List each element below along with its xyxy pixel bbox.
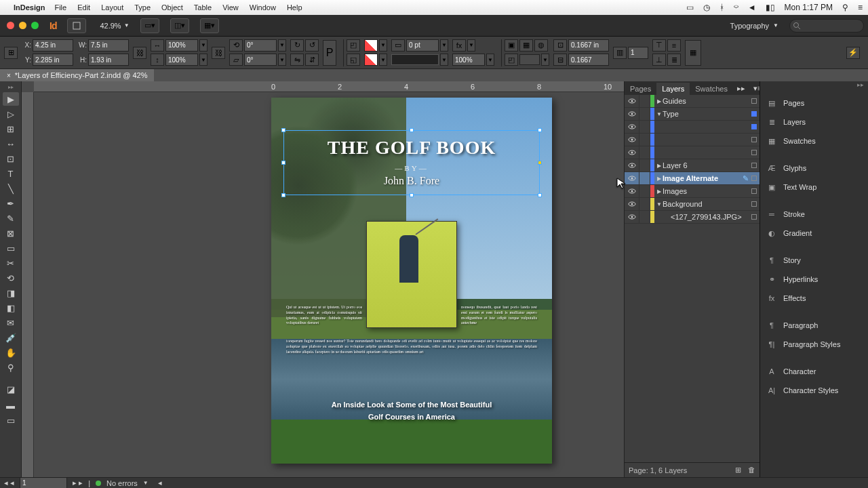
lock-toggle[interactable] (639, 159, 650, 171)
document-tab[interactable]: × *Layers of Efficiency-Part 2.indd @ 42… (0, 69, 154, 81)
page-number-input[interactable] (20, 477, 67, 489)
lock-toggle[interactable] (639, 185, 650, 197)
panel-tab-pages[interactable]: Pages (625, 83, 656, 95)
layer-name[interactable]: Layer 6 (663, 161, 749, 169)
select-container-button[interactable]: ◰ (347, 39, 360, 52)
disclosure-triangle[interactable]: ▶ (656, 188, 663, 195)
fit-frame-button[interactable]: ⊡ (553, 39, 567, 52)
menu-object[interactable]: Object (161, 3, 183, 12)
w-input[interactable] (88, 39, 129, 52)
gap-tool[interactable]: ↔ (3, 137, 19, 150)
arrange-button[interactable]: ▦▾ (200, 18, 219, 33)
layer-row[interactable]: ▶Guides (625, 95, 760, 108)
view-options-button[interactable]: ▭▾ (140, 18, 159, 33)
stroke-swatch[interactable] (364, 54, 378, 66)
scalex-input[interactable] (165, 39, 198, 52)
layer-row[interactable] (625, 146, 760, 159)
layer-name[interactable]: Images (663, 187, 749, 195)
close-tab-icon[interactable]: × (7, 72, 11, 79)
zoom-window-button[interactable] (31, 22, 39, 29)
pencil-tool[interactable]: ✎ (3, 211, 19, 225)
menu-layout[interactable]: Layout (101, 3, 123, 12)
panel-rail-layers[interactable]: ≣Layers (760, 113, 868, 131)
status-open-button[interactable]: ◂ (158, 479, 162, 487)
selection-indicator[interactable] (751, 188, 757, 194)
lock-toggle[interactable] (639, 211, 650, 223)
panel-rail-glyphs[interactable]: ÆGlyphs (760, 159, 868, 178)
apply-color-button[interactable]: ▬ (3, 399, 19, 412)
panel-collapse-button[interactable]: ▸▸ (733, 82, 749, 95)
lock-toggle[interactable] (639, 198, 650, 210)
scissors-tool[interactable]: ✂ (3, 256, 19, 270)
rectangle-tool[interactable]: ▭ (3, 241, 19, 255)
lock-toggle[interactable] (639, 172, 650, 184)
panel-tab-swatches[interactable]: Swatches (690, 83, 733, 95)
visibility-toggle[interactable] (625, 108, 639, 120)
selection-indicator[interactable] (751, 150, 757, 155)
quick-apply-button[interactable]: ⚡ (846, 47, 860, 59)
hand-tool[interactable]: ✋ (3, 346, 19, 359)
rotate-cw-button[interactable]: ↻ (290, 39, 304, 52)
fit-content-button[interactable]: ⊟ (553, 54, 567, 66)
frame-options-button[interactable]: ▦ (685, 40, 701, 66)
panel-rail-stroke[interactable]: ═Stroke (760, 205, 868, 224)
layer-name[interactable]: <127_2799143.JPG> (671, 213, 749, 221)
flip-v-button[interactable]: ⇵ (305, 54, 319, 66)
menu-help[interactable]: Help (287, 3, 302, 12)
corner-options-button[interactable]: ◰ (505, 54, 518, 66)
collapse-dock-button[interactable]: ▸▸ (760, 81, 868, 94)
align-just-button[interactable]: ≣ (667, 54, 681, 66)
menu-table[interactable]: Table (194, 3, 212, 12)
flip-h-button[interactable]: ⇋ (290, 54, 304, 66)
selection-indicator[interactable] (751, 214, 757, 220)
clock[interactable]: Mon 1:17 PM (785, 3, 833, 12)
x-input[interactable] (33, 39, 73, 52)
body-text-full[interactable]: toreperum fugite ressed nos suntur? Tote… (286, 339, 537, 354)
body-text-right[interactable]: nonsequ ibusandit, quat laut porio landa… (461, 305, 537, 326)
panel-rail-paragraph-styles[interactable]: ¶|Paragraph Styles (760, 335, 868, 354)
lock-toggle[interactable] (639, 146, 650, 159)
line-tool[interactable]: ╲ (3, 182, 19, 195)
zoom-tool[interactable]: ⚲ (3, 361, 19, 374)
notifications-icon[interactable]: ≡ (858, 3, 863, 12)
eyedropper-tool[interactable]: 💉 (3, 331, 19, 344)
align-mid-button[interactable]: ≡ (667, 39, 681, 52)
disclosure-triangle[interactable]: ▶ (656, 98, 663, 104)
panel-rail-gradient[interactable]: ◐Gradient (760, 224, 868, 243)
select-content-button[interactable]: ◱ (347, 54, 360, 66)
wifi-icon[interactable]: ⌔ (734, 3, 738, 12)
free-transform-tool[interactable]: ⟲ (3, 271, 19, 285)
corner-shape-dropdown[interactable] (519, 54, 540, 65)
constrain-scale-button[interactable]: ⛓ (212, 47, 225, 59)
layer-name[interactable]: Background (663, 200, 749, 208)
layer-row[interactable]: ▶Image Alternate✎ (625, 172, 760, 185)
note-tool[interactable]: ✉ (3, 316, 19, 329)
view-mode-button[interactable]: ▭ (3, 413, 19, 427)
opacity-input[interactable] (452, 54, 485, 66)
bluetooth-icon[interactable]: ᚼ (719, 3, 724, 12)
stroke-weight-input[interactable] (406, 39, 439, 52)
selection-indicator[interactable] (751, 176, 757, 181)
status-page-nav[interactable]: ◂ ◂ (4, 479, 14, 487)
selection-indicator[interactable] (751, 201, 757, 207)
disclosure-triangle[interactable]: ▼ (656, 111, 663, 117)
layer-name[interactable]: Image Alternate (663, 174, 743, 182)
constrain-wh-button[interactable]: ⛓ (133, 47, 146, 59)
scalex-drop[interactable]: ▼ (199, 39, 208, 52)
layer-name[interactable]: Type (663, 110, 749, 118)
menu-file[interactable]: File (54, 3, 66, 12)
lock-toggle[interactable] (639, 108, 650, 120)
gutter-input[interactable] (568, 54, 609, 66)
panel-rail-character-styles[interactable]: A|Character Styles (760, 381, 868, 400)
rectangle-frame-tool[interactable]: ⊠ (3, 226, 19, 240)
body-text-left[interactable]: Qui ut aceaque est ut ut ipistem. Ut por… (286, 305, 362, 326)
ref-point-widget[interactable]: ⊞ (4, 47, 18, 59)
screen-mode-button[interactable]: ◫▾ (170, 18, 189, 33)
align-top-button[interactable]: ⊤ (652, 39, 666, 52)
visibility-toggle[interactable] (625, 198, 639, 210)
y-input[interactable] (33, 54, 73, 66)
lock-toggle[interactable] (639, 134, 650, 146)
spotlight-icon[interactable]: ⚲ (842, 3, 848, 12)
direct-selection-tool[interactable]: ▷ (3, 107, 19, 121)
selection-box[interactable] (283, 130, 540, 195)
